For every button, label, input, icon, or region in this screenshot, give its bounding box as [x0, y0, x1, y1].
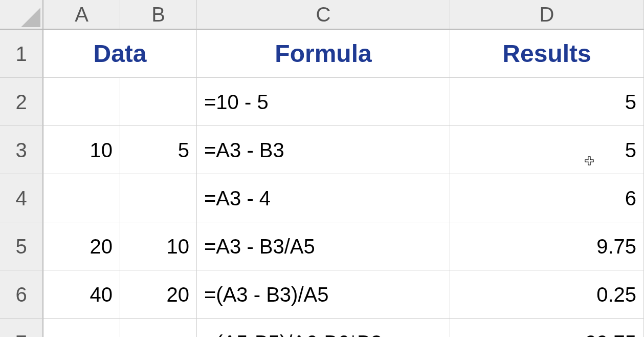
row-header-5[interactable]: 5	[0, 222, 43, 270]
cell-C6[interactable]: =(A3 - B3)/A5	[197, 270, 450, 319]
col-header-C[interactable]: C	[197, 0, 450, 30]
cell-C3[interactable]: =A3 - B3	[197, 126, 450, 174]
cell-D4[interactable]: 6	[450, 174, 644, 222]
cell-B7[interactable]	[120, 319, 197, 337]
row-header-3[interactable]: 3	[0, 126, 43, 174]
cell-B6[interactable]: 20	[120, 270, 197, 319]
cell-D3[interactable]: 5	[450, 126, 644, 174]
row-header-4[interactable]: 4	[0, 174, 43, 222]
cell-A2[interactable]	[43, 78, 120, 126]
cell-B5[interactable]: 10	[120, 222, 197, 270]
cell-D2[interactable]: 5	[450, 78, 644, 126]
cell-C7[interactable]: =(A5-B5)/A6-B6*B3	[197, 319, 450, 337]
cell-B4[interactable]	[120, 174, 197, 222]
cell-A1-merged[interactable]: Data	[43, 30, 197, 78]
cell-C2[interactable]: =10 - 5	[197, 78, 450, 126]
cell-C4[interactable]: =A3 - 4	[197, 174, 450, 222]
col-header-B[interactable]: B	[120, 0, 197, 30]
row-header-7[interactable]: 7	[0, 319, 43, 337]
cell-A5[interactable]: 20	[43, 222, 120, 270]
cell-D6[interactable]: 0.25	[450, 270, 644, 319]
cell-A6[interactable]: 40	[43, 270, 120, 319]
row-header-6[interactable]: 6	[0, 270, 43, 319]
cell-B2[interactable]	[120, 78, 197, 126]
select-all-corner[interactable]	[0, 0, 43, 30]
col-header-A[interactable]: A	[43, 0, 120, 30]
cell-D5[interactable]: 9.75	[450, 222, 644, 270]
cell-A7[interactable]	[43, 319, 120, 337]
spreadsheet-grid[interactable]: A B C D 1 Data Formula Results 2 =10 - 5…	[0, 0, 644, 337]
cell-C5[interactable]: =A3 - B3/A5	[197, 222, 450, 270]
row-header-1[interactable]: 1	[0, 30, 43, 78]
row-header-2[interactable]: 2	[0, 78, 43, 126]
cell-D7[interactable]: -99.75	[450, 319, 644, 337]
cell-A4[interactable]	[43, 174, 120, 222]
select-all-triangle-icon	[21, 8, 40, 27]
cell-D1[interactable]: Results	[450, 30, 644, 78]
cell-C1[interactable]: Formula	[197, 30, 450, 78]
cell-A3[interactable]: 10	[43, 126, 120, 174]
cell-B3[interactable]: 5	[120, 126, 197, 174]
col-header-D[interactable]: D	[450, 0, 644, 30]
